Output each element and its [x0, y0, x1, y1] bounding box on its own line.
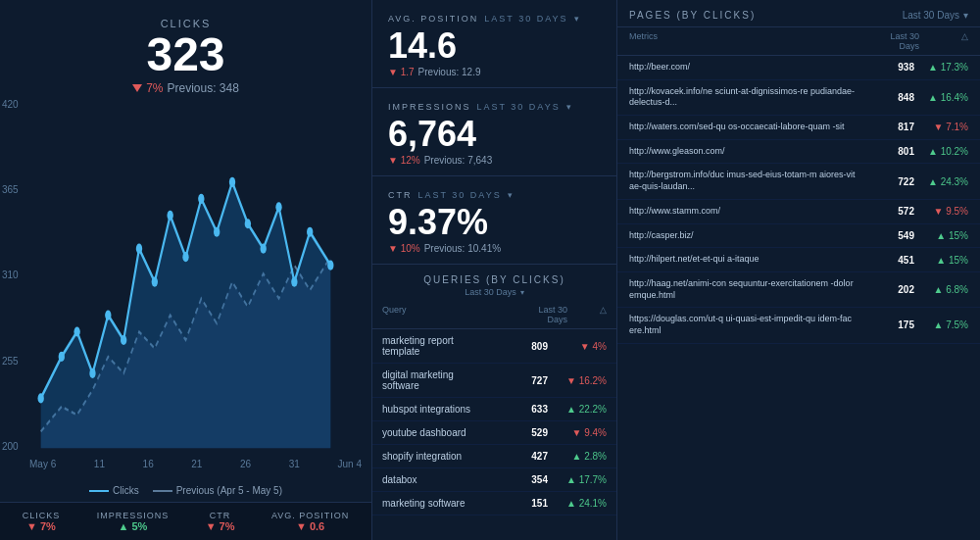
- svg-marker-1: [41, 182, 331, 448]
- query-value: 427: [489, 451, 548, 462]
- page-url: http://casper.biz/: [629, 230, 856, 242]
- query-delta: ▲ 2.8%: [548, 451, 607, 462]
- x-label-jun4: Jun 4: [338, 459, 362, 469]
- page-value: 938: [856, 62, 914, 73]
- avg-position-delta-val: ▼ 1.7: [388, 67, 415, 77]
- svg-point-6: [105, 310, 111, 319]
- query-delta: ▲ 24.1%: [548, 498, 607, 509]
- delta-down-icon: [132, 84, 142, 92]
- query-delta: ▲ 22.2%: [548, 404, 607, 415]
- x-label-16: 16: [143, 459, 154, 469]
- clicks-chart: [10, 99, 362, 481]
- impressions-value: 6,764: [388, 114, 601, 155]
- avg-position-chevron-icon[interactable]: ▾: [574, 14, 581, 24]
- right-panel: PAGES (BY CLICKS) Last 30 Days ▾ Metrics…: [617, 0, 980, 540]
- svg-point-14: [229, 177, 235, 187]
- svg-point-8: [136, 243, 142, 253]
- page-url: http://beer.com/: [629, 62, 856, 74]
- x-label-11: 11: [94, 459, 105, 469]
- clicks-header: CLICKS 323 7% Previous: 348: [0, 0, 371, 99]
- stat-clicks-val: ▼ 7%: [26, 520, 56, 532]
- svg-point-10: [167, 210, 172, 220]
- avg-position-range: Last 30 Days: [484, 14, 567, 24]
- query-name: databox: [382, 474, 489, 485]
- page-delta: ▲ 17.3%: [914, 62, 968, 73]
- query-delta: ▼ 16.2%: [548, 375, 607, 386]
- query-row: marketing report template 809 ▼ 4%: [372, 329, 616, 364]
- queries-block: QUERIES (BY CLICKS) Last 30 Days ▾ Query…: [372, 265, 616, 540]
- page-url: http://www.gleason.com/: [629, 146, 856, 158]
- previous-line-icon: [153, 490, 172, 492]
- page-url: http://www.stamm.com/: [629, 206, 856, 218]
- query-name: marketing software: [382, 498, 489, 509]
- svg-point-4: [74, 326, 79, 336]
- page-row: http://haag.net/animi-con sequuntur-exer…: [617, 272, 980, 308]
- queries-title: QUERIES (BY CLICKS): [372, 265, 616, 287]
- impressions-chevron-icon[interactable]: ▾: [566, 102, 573, 112]
- query-row: hubspot integrations 633 ▲ 22.2%: [372, 398, 616, 421]
- ctr-delta: ▼ 10% Previous: 10.41%: [388, 243, 601, 254]
- page-delta: ▲ 16.4%: [914, 92, 968, 103]
- page-value: 722: [856, 176, 914, 187]
- page-row: http://hilpert.net/et-et-qui a-itaque 45…: [617, 248, 980, 272]
- stat-ctr-val: ▼ 7%: [206, 520, 235, 532]
- page-url: http://waters.com/sed-qu os-occaecati-la…: [629, 122, 856, 133]
- impressions-delta: ▼ 12% Previous: 7,643: [388, 155, 601, 166]
- svg-point-15: [245, 219, 251, 228]
- queries-chevron-icon[interactable]: ▾: [520, 288, 524, 297]
- queries-rows: marketing report template 809 ▼ 4% digit…: [372, 329, 616, 515]
- pages-col-header: Metrics Last 30Days △: [617, 27, 980, 56]
- query-delta: ▼ 9.4%: [548, 427, 607, 438]
- query-row: youtube dashboard 529 ▼ 9.4%: [372, 421, 616, 445]
- page-delta: ▲ 10.2%: [914, 146, 968, 157]
- pages-col-days-label: Last 30Days: [860, 31, 919, 51]
- query-name: hubspot integrations: [382, 404, 489, 415]
- page-url: http://bergstrom.info/duc imus-sed-eius-…: [629, 170, 856, 192]
- impressions-range: Last 30 Days: [477, 102, 561, 112]
- avg-position-value: 14.6: [388, 25, 601, 67]
- ctr-previous: Previous: 10.41%: [424, 243, 501, 254]
- page-row: http://www.gleason.com/ 801 ▲ 10.2%: [617, 140, 980, 165]
- stat-clicks: CLICKS ▼ 7%: [23, 511, 61, 532]
- page-value: 801: [856, 146, 914, 157]
- query-delta: ▲ 17.7%: [548, 474, 607, 485]
- query-row: marketing software 151 ▲ 24.1%: [372, 492, 616, 515]
- legend-clicks-label: Clicks: [113, 485, 139, 496]
- query-row: shopify integration 427 ▲ 2.8%: [372, 445, 616, 468]
- query-name: marketing report template: [382, 335, 489, 357]
- svg-point-5: [89, 368, 95, 378]
- page-delta: ▼ 7.1%: [914, 122, 968, 132]
- svg-point-3: [59, 352, 65, 362]
- legend-previous-label: Previous (Apr 5 - May 5): [176, 485, 282, 496]
- query-name: digital marketing software: [382, 369, 489, 391]
- stat-ctr: CTR ▼ 7%: [206, 511, 235, 532]
- x-label-31: 31: [289, 459, 300, 469]
- page-url: http://haag.net/animi-con sequuntur-exer…: [629, 278, 856, 301]
- query-value: 809: [489, 341, 548, 352]
- clicks-line-icon: [89, 490, 109, 492]
- svg-point-19: [307, 226, 313, 236]
- svg-point-16: [261, 243, 267, 253]
- query-delta: ▼ 4%: [548, 341, 607, 352]
- query-value: 354: [489, 474, 548, 485]
- impressions-label: IMPRESSIONS Last 30 Days ▾: [388, 102, 601, 112]
- svg-point-20: [327, 260, 333, 270]
- ctr-value: 9.37%: [388, 202, 601, 243]
- page-row: http://waters.com/sed-qu os-occaecati-la…: [617, 116, 980, 140]
- pages-col-delta-label: △: [919, 31, 968, 51]
- pages-chevron-icon[interactable]: ▾: [963, 10, 968, 21]
- col-query-label: Query: [382, 305, 509, 324]
- stat-avg-position-val: ▼ 0.6: [296, 520, 324, 532]
- svg-point-7: [121, 335, 126, 345]
- query-value: 529: [489, 427, 548, 438]
- avg-position-block: AVG. POSITION Last 30 Days ▾ 14.6 ▼ 1.7 …: [372, 0, 616, 88]
- queries-column-header: Query Last 30Days △: [372, 301, 616, 329]
- svg-point-18: [291, 276, 297, 286]
- svg-point-11: [182, 252, 188, 262]
- impressions-previous: Previous: 7,643: [424, 155, 493, 166]
- svg-point-13: [214, 226, 220, 236]
- x-label-21: 21: [191, 459, 202, 469]
- ctr-chevron-icon[interactable]: ▾: [508, 190, 514, 200]
- avg-position-delta: ▼ 1.7 Previous: 12.9: [388, 67, 601, 77]
- chart-legend: Clicks Previous (Apr 5 - May 5): [0, 481, 371, 502]
